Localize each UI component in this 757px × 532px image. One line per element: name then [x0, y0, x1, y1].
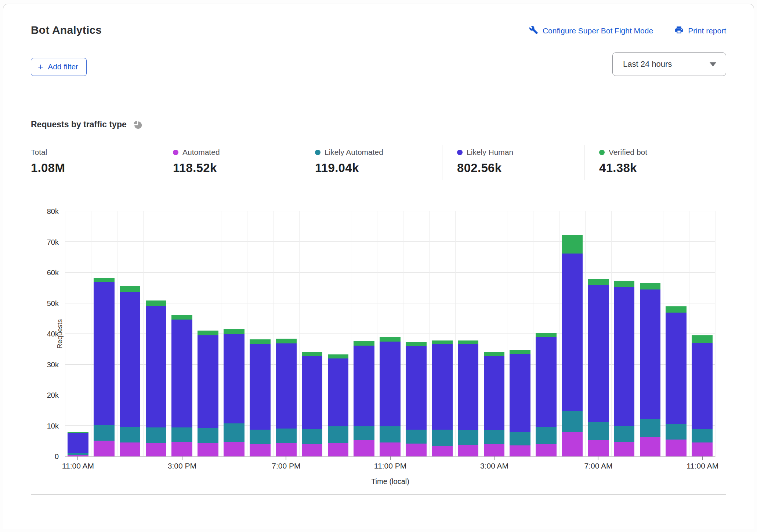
bar-segment-likely-human — [562, 254, 583, 411]
stacked-bar[interactable] — [328, 211, 349, 456]
bar-segment-verified-bot — [562, 235, 583, 254]
stacked-bar[interactable] — [666, 211, 687, 456]
stacked-bar[interactable] — [198, 211, 218, 456]
bar-segment-verified-bot — [171, 315, 192, 320]
stacked-bar[interactable] — [484, 211, 505, 456]
bar-segment-verified-bot — [328, 354, 349, 358]
x-tick-label: 11:00 AM — [687, 462, 718, 470]
stat-likely-automated-value: 119.04k — [315, 161, 442, 175]
stacked-bar[interactable] — [432, 211, 453, 456]
bar-segment-verified-bot — [94, 278, 115, 282]
bar-segment-likely-automated — [250, 430, 271, 444]
stacked-bar[interactable] — [224, 211, 245, 456]
stat-verified-bot: Verified bot 41.38k — [584, 145, 726, 180]
x-tick-label: 7:00 PM — [272, 462, 300, 470]
verified-bot-legend-dot — [599, 150, 605, 155]
stat-total-label: Total — [31, 148, 47, 157]
stacked-bar[interactable] — [354, 211, 374, 456]
bar-segment-automated — [354, 440, 374, 456]
bar-slot-9-00-pm — [325, 211, 351, 456]
bar-slot-1-00-pm — [117, 211, 143, 456]
bar-segment-automated — [198, 443, 218, 456]
bar-slot-6-00-pm — [247, 211, 273, 456]
configure-link-label: Configure Super Bot Fight Mode — [543, 26, 653, 35]
pie-chart-icon — [133, 120, 142, 130]
bar-segment-likely-automated — [120, 427, 141, 443]
bar-segment-automated — [302, 444, 323, 456]
bar-slot-11-00-am — [689, 211, 715, 456]
bar-slot-3-00-am — [481, 211, 507, 456]
bar-slot-7-00-pm — [273, 211, 299, 456]
bar-segment-likely-automated — [536, 427, 557, 444]
stacked-bar[interactable] — [94, 211, 115, 456]
bar-slot-10-00-pm — [351, 211, 377, 456]
stacked-bar[interactable] — [588, 211, 609, 456]
bar-slot-7-00-am — [585, 211, 611, 456]
stacked-bar[interactable] — [250, 211, 271, 456]
bar-segment-likely-automated — [171, 427, 192, 442]
stacked-bar[interactable] — [614, 211, 635, 456]
add-filter-button[interactable]: + Add filter — [31, 58, 87, 76]
bar-segment-automated — [458, 445, 479, 456]
bar-segment-likely-human — [380, 342, 401, 426]
y-tick-label: 20k — [47, 391, 59, 400]
bar-segment-verified-bot — [536, 333, 557, 337]
stacked-bar[interactable] — [171, 211, 192, 456]
bar-slot-9-00-am — [637, 211, 663, 456]
stat-verified-bot-label: Verified bot — [609, 148, 647, 157]
bar-segment-likely-human — [171, 320, 192, 427]
bar-segment-verified-bot — [380, 337, 401, 342]
stacked-bar[interactable] — [68, 211, 88, 456]
y-tick-label: 50k — [47, 299, 59, 307]
bar-segment-automated — [536, 444, 557, 456]
x-axis-ticks: 11:00 AM3:00 PM7:00 PM11:00 PM3:00 AM7:0… — [65, 457, 716, 472]
bar-segment-automated — [588, 440, 609, 456]
time-range-value: Last 24 hours — [623, 59, 672, 69]
traffic-type-stats: Total 1.08M Automated 118.52k Likely Aut… — [31, 145, 726, 180]
bar-segment-automated — [510, 445, 530, 456]
time-range-select[interactable]: Last 24 hours — [612, 52, 726, 76]
bar-slot-5-00-pm — [221, 211, 247, 456]
stacked-bar[interactable] — [640, 211, 661, 456]
stacked-bar[interactable] — [536, 211, 557, 456]
bar-slot-11-00-pm — [377, 211, 403, 456]
bottom-divider — [31, 494, 726, 495]
x-tick-label: 11:00 PM — [374, 462, 406, 470]
bar-segment-verified-bot — [692, 335, 713, 343]
bar-segment-verified-bot — [276, 339, 297, 343]
plus-icon: + — [38, 63, 43, 70]
bar-slot-3-00-pm — [169, 211, 195, 456]
stacked-bar[interactable] — [562, 211, 583, 456]
stat-automated-value: 118.52k — [173, 161, 300, 175]
bar-segment-likely-human — [328, 358, 349, 426]
stat-likely-automated-label: Likely Automated — [325, 148, 383, 157]
bar-segment-likely-human — [224, 334, 245, 423]
bot-analytics-card: Bot Analytics Configure Super Bot Fight … — [3, 4, 754, 529]
bar-segment-likely-human — [588, 285, 609, 422]
bar-segment-likely-automated — [328, 426, 349, 443]
bar-segment-verified-bot — [120, 286, 141, 292]
print-report-link[interactable]: Print report — [674, 25, 726, 36]
bar-segment-likely-automated — [614, 426, 635, 442]
card-header: Bot Analytics Configure Super Bot Fight … — [3, 4, 754, 93]
stacked-bar[interactable] — [380, 211, 401, 456]
bar-segment-likely-human — [146, 306, 167, 427]
bar-segment-verified-bot — [198, 331, 218, 335]
bar-segment-likely-human — [484, 356, 505, 430]
stacked-bar[interactable] — [146, 211, 167, 456]
requests-by-traffic-type-chart: Requests 010k20k30k40k50k60k70k80k 11:00… — [31, 211, 726, 486]
stacked-bar[interactable] — [406, 211, 427, 456]
stacked-bar[interactable] — [276, 211, 297, 456]
bar-segment-automated — [250, 444, 271, 456]
stacked-bar[interactable] — [302, 211, 323, 456]
bar-segment-automated — [94, 441, 115, 456]
stacked-bar[interactable] — [458, 211, 479, 456]
bar-segment-automated — [224, 442, 245, 456]
configure-super-bot-fight-mode-link[interactable]: Configure Super Bot Fight Mode — [529, 25, 653, 36]
stacked-bar[interactable] — [120, 211, 141, 456]
stacked-bar[interactable] — [692, 211, 713, 456]
bar-segment-likely-human — [432, 344, 453, 430]
header-divider — [31, 93, 726, 93]
header-links: Configure Super Bot Fight Mode Print rep… — [529, 24, 726, 36]
stacked-bar[interactable] — [510, 211, 530, 456]
